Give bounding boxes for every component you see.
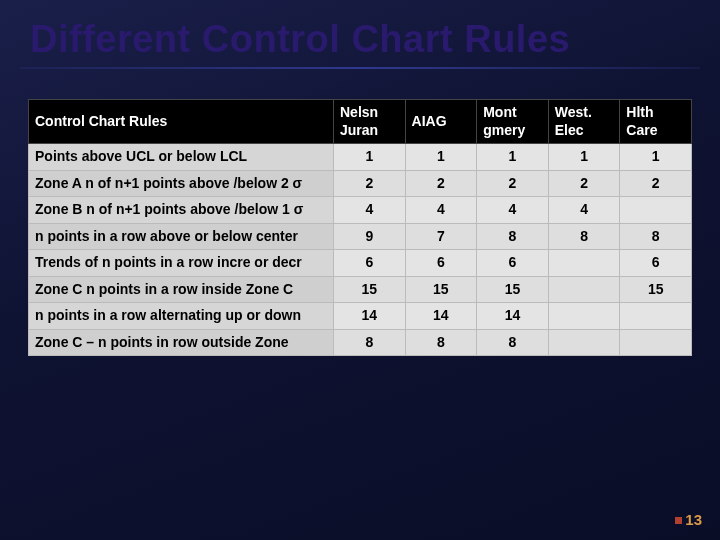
bullet-icon <box>675 517 682 524</box>
rule-value: 15 <box>620 276 692 303</box>
rule-value: 1 <box>405 144 477 171</box>
table-row: Zone B n of n+1 points above /below 1 σ4… <box>29 197 692 224</box>
rule-value: 6 <box>333 250 405 277</box>
rule-label: Zone B n of n+1 points above /below 1 σ <box>29 197 334 224</box>
header-rule: Control Chart Rules <box>29 100 334 144</box>
table-row: Trends of n points in a row incre or dec… <box>29 250 692 277</box>
rule-value <box>548 276 620 303</box>
rule-value <box>620 329 692 356</box>
rule-value: 2 <box>548 170 620 197</box>
rule-value: 6 <box>620 250 692 277</box>
table-row: Zone C n points in a row inside Zone C15… <box>29 276 692 303</box>
rule-value: 8 <box>333 329 405 356</box>
rule-value: 8 <box>620 223 692 250</box>
rule-value: 2 <box>333 170 405 197</box>
header-col-3: West. Elec <box>548 100 620 144</box>
table-row: Zone A n of n+1 points above /below 2 σ2… <box>29 170 692 197</box>
header-col-0: Nelsn Juran <box>333 100 405 144</box>
rule-value: 1 <box>620 144 692 171</box>
table-header-row: Control Chart Rules Nelsn Juran AIAG Mon… <box>29 100 692 144</box>
rule-label: Zone C n points in a row inside Zone C <box>29 276 334 303</box>
rule-value: 8 <box>405 329 477 356</box>
rule-value: 14 <box>477 303 549 330</box>
table-body: Points above UCL or below LCL11111Zone A… <box>29 144 692 356</box>
rule-value: 8 <box>477 223 549 250</box>
rule-value: 8 <box>548 223 620 250</box>
rule-label: n points in a row above or below center <box>29 223 334 250</box>
table-row: Zone C – n points in row outside Zone888 <box>29 329 692 356</box>
rule-value: 1 <box>333 144 405 171</box>
rule-value <box>548 250 620 277</box>
rule-value: 7 <box>405 223 477 250</box>
page-number-text: 13 <box>685 511 702 528</box>
page-number: 13 <box>675 511 702 528</box>
header-col-1: AIAG <box>405 100 477 144</box>
table-row: Points above UCL or below LCL11111 <box>29 144 692 171</box>
slide-title: Different Control Chart Rules <box>0 0 720 67</box>
header-col-2: Mont gmery <box>477 100 549 144</box>
rules-table: Control Chart Rules Nelsn Juran AIAG Mon… <box>28 99 692 356</box>
table-row: n points in a row above or below center9… <box>29 223 692 250</box>
rule-label: n points in a row alternating up or down <box>29 303 334 330</box>
rule-value: 1 <box>477 144 549 171</box>
rule-value: 15 <box>333 276 405 303</box>
rule-value: 4 <box>333 197 405 224</box>
rule-value: 1 <box>548 144 620 171</box>
rule-value: 9 <box>333 223 405 250</box>
rule-value: 2 <box>477 170 549 197</box>
rule-value: 14 <box>333 303 405 330</box>
rule-value: 15 <box>477 276 549 303</box>
rules-table-container: Control Chart Rules Nelsn Juran AIAG Mon… <box>28 99 692 356</box>
rule-value: 6 <box>405 250 477 277</box>
rule-value: 2 <box>405 170 477 197</box>
rule-value: 6 <box>477 250 549 277</box>
rule-label: Zone C – n points in row outside Zone <box>29 329 334 356</box>
rule-value <box>620 303 692 330</box>
rule-value <box>548 303 620 330</box>
rule-value: 8 <box>477 329 549 356</box>
rule-value <box>620 197 692 224</box>
rule-value: 4 <box>477 197 549 224</box>
rule-value: 2 <box>620 170 692 197</box>
header-col-4: Hlth Care <box>620 100 692 144</box>
rule-value: 15 <box>405 276 477 303</box>
rule-value <box>548 329 620 356</box>
rule-value: 4 <box>405 197 477 224</box>
rule-value: 14 <box>405 303 477 330</box>
rule-label: Zone A n of n+1 points above /below 2 σ <box>29 170 334 197</box>
rule-label: Points above UCL or below LCL <box>29 144 334 171</box>
title-underline <box>20 67 700 69</box>
table-row: n points in a row alternating up or down… <box>29 303 692 330</box>
rule-value: 4 <box>548 197 620 224</box>
rule-label: Trends of n points in a row incre or dec… <box>29 250 334 277</box>
